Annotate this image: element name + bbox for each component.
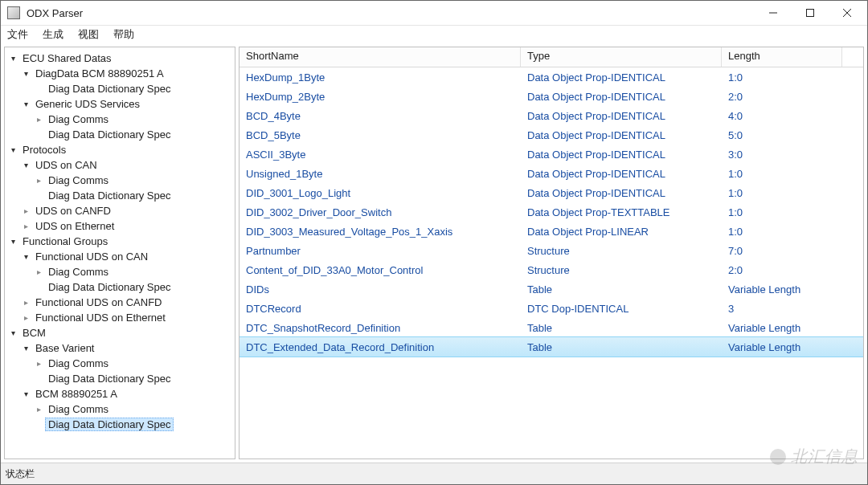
tree-node[interactable]: ▸Functional UDS on CANFD xyxy=(19,295,233,310)
cell-type: Structure xyxy=(521,245,722,257)
tree-label[interactable]: Diag Data Dictionary Spec xyxy=(46,373,173,385)
table-row[interactable]: BCD_4ByteData Object Prop-IDENTICAL4:0 xyxy=(240,106,863,125)
table-row[interactable]: Content_of_DID_33A0_Motor_ControlStructu… xyxy=(240,260,863,279)
tree-label[interactable]: UDS on CANFD xyxy=(33,205,113,217)
tree-node[interactable]: ▾BCM▾Base Varient▸Diag CommsDiag Data Di… xyxy=(6,325,233,432)
tree-node[interactable]: Diag Data Dictionary Spec xyxy=(32,127,233,142)
menu-file[interactable]: 文件 xyxy=(7,27,28,42)
tree-toggle-empty xyxy=(34,84,43,94)
cell-length: 1:0 xyxy=(722,71,842,84)
tree-label[interactable]: DiagData BCM 88890251 A xyxy=(33,67,166,79)
tree-node[interactable]: ▸Diag Comms xyxy=(32,173,233,188)
menu-generate[interactable]: 生成 xyxy=(43,27,63,42)
table-row[interactable]: DTC_SnapshotRecord_DefinitionTableVariab… xyxy=(240,318,863,337)
tree-node[interactable]: ▸UDS on CANFD xyxy=(19,203,233,218)
table-body[interactable]: HexDump_1ByteData Object Prop-IDENTICAL1… xyxy=(240,67,863,459)
tree-node[interactable]: ▾Functional Groups▾Functional UDS on CAN… xyxy=(6,234,233,325)
tree-label[interactable]: Functional UDS on CANFD xyxy=(33,296,165,308)
tree-label[interactable]: Diag Comms xyxy=(46,174,111,186)
tree-node[interactable]: ▾DiagData BCM 88890251 ADiag Data Dictio… xyxy=(19,66,233,96)
tree-node[interactable]: ▾BCM 88890251 A▸Diag CommsDiag Data Dict… xyxy=(19,386,233,432)
tree-label[interactable]: UDS on CAN xyxy=(33,159,100,171)
tree-node[interactable]: ▸Diag Comms xyxy=(32,356,233,371)
tree-label[interactable]: Diag Comms xyxy=(46,403,111,415)
tree-node[interactable]: ▸UDS on Ethernet xyxy=(19,218,233,234)
tree-label[interactable]: Base Varient xyxy=(33,342,96,354)
tree-node[interactable]: Diag Data Dictionary Spec xyxy=(32,188,233,203)
table-row[interactable]: Unsigned_1ByteData Object Prop-IDENTICAL… xyxy=(240,164,863,183)
table-row[interactable]: DTC_Extended_Data_Record_DefinitionTable… xyxy=(240,336,863,357)
chevron-down-icon[interactable]: ▾ xyxy=(8,54,18,63)
tree-label[interactable]: Generic UDS Services xyxy=(33,98,142,110)
table-row[interactable]: DTCRecordDTC Dop-IDENTICAL3 xyxy=(240,299,863,318)
col-length[interactable]: Length xyxy=(722,47,842,67)
table-row[interactable]: PartnumberStructure7:0 xyxy=(240,241,863,260)
menu-view[interactable]: 视图 xyxy=(78,27,99,42)
tree-node[interactable]: ▾ECU Shared Datas▾DiagData BCM 88890251 … xyxy=(6,51,233,142)
chevron-right-icon[interactable]: ▸ xyxy=(21,298,31,308)
chevron-down-icon[interactable]: ▾ xyxy=(21,252,31,262)
tree-label[interactable]: Diag Comms xyxy=(46,266,111,278)
chevron-down-icon[interactable]: ▾ xyxy=(8,237,18,247)
tree-node[interactable]: ▸Diag Comms xyxy=(32,264,233,279)
tree-label[interactable]: BCM 88890251 A xyxy=(33,388,120,400)
tree-node[interactable]: Diag Data Dictionary Spec xyxy=(32,81,233,96)
table-row[interactable]: BCD_5ByteData Object Prop-IDENTICAL5:0 xyxy=(240,125,863,145)
col-type[interactable]: Type xyxy=(521,47,722,67)
chevron-right-icon[interactable]: ▸ xyxy=(34,267,43,277)
tree-label[interactable]: BCM xyxy=(20,327,48,339)
tree-label[interactable]: Functional Groups xyxy=(20,235,110,247)
chevron-down-icon[interactable]: ▾ xyxy=(21,389,31,399)
tree-node[interactable]: Diag Data Dictionary Spec xyxy=(32,371,233,386)
col-shortname[interactable]: ShortName xyxy=(240,47,521,67)
chevron-right-icon[interactable]: ▸ xyxy=(34,359,43,369)
tree-label[interactable]: Functional UDS on CAN xyxy=(33,251,150,263)
tree-node[interactable]: ▾Functional UDS on CAN▸Diag CommsDiag Da… xyxy=(19,249,233,295)
tree-label[interactable]: Protocols xyxy=(20,144,68,156)
chevron-down-icon[interactable]: ▾ xyxy=(8,145,18,155)
tree-label[interactable]: Diag Data Dictionary Spec xyxy=(46,128,173,141)
tree-label[interactable]: Diag Comms xyxy=(46,113,111,125)
tree-label[interactable]: UDS on Ethernet xyxy=(33,220,117,232)
chevron-down-icon[interactable]: ▾ xyxy=(8,328,18,338)
chevron-down-icon[interactable]: ▾ xyxy=(21,161,31,170)
chevron-down-icon[interactable]: ▾ xyxy=(21,100,31,109)
tree-node[interactable]: ▾UDS on CAN▸Diag CommsDiag Data Dictiona… xyxy=(19,157,233,203)
chevron-right-icon[interactable]: ▸ xyxy=(34,405,43,414)
table-row[interactable]: DIDsTableVariable Length xyxy=(240,279,863,299)
tree-node[interactable]: Diag Data Dictionary Spec xyxy=(32,279,233,295)
body: ▾ECU Shared Datas▾DiagData BCM 88890251 … xyxy=(1,43,867,463)
chevron-right-icon[interactable]: ▸ xyxy=(21,313,31,323)
tree-label[interactable]: Diag Data Dictionary Spec xyxy=(46,281,173,293)
tree-node[interactable]: ▸Functional UDS on Ethernet xyxy=(19,310,233,325)
menu-help[interactable]: 帮助 xyxy=(113,27,134,42)
close-button[interactable] xyxy=(829,1,866,25)
tree-node[interactable]: ▸Diag Comms xyxy=(32,112,233,127)
chevron-down-icon[interactable]: ▾ xyxy=(21,69,31,79)
tree-label[interactable]: Diag Data Dictionary Spec xyxy=(46,83,173,95)
tree-label[interactable]: Diag Data Dictionary Spec xyxy=(46,190,173,202)
chevron-down-icon[interactable]: ▾ xyxy=(21,344,31,353)
tree-panel[interactable]: ▾ECU Shared Datas▾DiagData BCM 88890251 … xyxy=(4,47,235,459)
table-row[interactable]: HexDump_2ByteData Object Prop-IDENTICAL2… xyxy=(240,87,863,106)
tree-label[interactable]: Diag Data Dictionary Spec xyxy=(45,418,174,431)
chevron-right-icon[interactable]: ▸ xyxy=(21,222,31,231)
chevron-right-icon[interactable]: ▸ xyxy=(21,206,31,216)
table-row[interactable]: HexDump_1ByteData Object Prop-IDENTICAL1… xyxy=(240,67,863,87)
minimize-button[interactable] xyxy=(755,1,792,25)
chevron-right-icon[interactable]: ▸ xyxy=(34,176,43,185)
tree-node[interactable]: ▾Generic UDS Services▸Diag CommsDiag Dat… xyxy=(19,96,233,142)
tree-label[interactable]: Diag Comms xyxy=(46,357,111,369)
tree-node[interactable]: ▸Diag Comms xyxy=(32,401,233,417)
table-row[interactable]: ASCII_3ByteData Object Prop-IDENTICAL3:0 xyxy=(240,145,863,164)
maximize-button[interactable] xyxy=(792,1,829,25)
table-row[interactable]: DID_3003_Measured_Voltage_Pos_1_XaxisDat… xyxy=(240,222,863,241)
tree-node[interactable]: ▾Protocols▾UDS on CAN▸Diag CommsDiag Dat… xyxy=(6,142,233,234)
tree-node[interactable]: Diag Data Dictionary Spec xyxy=(32,417,233,432)
chevron-right-icon[interactable]: ▸ xyxy=(34,115,43,124)
tree-label[interactable]: Functional UDS on Ethernet xyxy=(33,312,168,324)
table-row[interactable]: DID_3001_Logo_LightData Object Prop-IDEN… xyxy=(240,183,863,202)
tree-label[interactable]: ECU Shared Datas xyxy=(20,52,114,64)
table-row[interactable]: DID_3002_Driver_Door_SwitchData Object P… xyxy=(240,202,863,222)
tree-node[interactable]: ▾Base Varient▸Diag CommsDiag Data Dictio… xyxy=(19,340,233,386)
